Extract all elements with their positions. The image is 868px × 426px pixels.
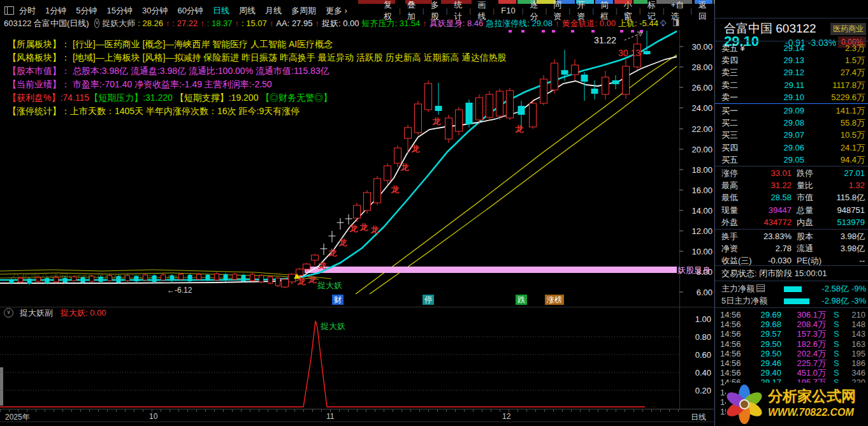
tick-cell: 29.68 <box>746 320 781 329</box>
tick-cell: 306.1万 <box>783 310 826 320</box>
info-segment: 【◎财务无警◎】 <box>261 92 332 103</box>
event-marker-涨榜[interactable]: 涨榜 <box>545 295 564 305</box>
dragon-mark: 龙 <box>308 275 317 284</box>
magenta-dot <box>509 30 512 33</box>
orderbook-cell: 94.4万 <box>841 154 865 166</box>
period-日线[interactable]: 日线 <box>213 5 229 17</box>
watermark-site: 分析家公式网 <box>768 386 856 406</box>
event-marker-跌[interactable]: 跌 <box>516 295 527 305</box>
orderbook-cell: 10.5万 <box>841 129 865 141</box>
orderbook-cell: 买五 <box>721 154 738 166</box>
stat-cell: 2.78 <box>752 242 792 254</box>
dragon-mark: 龙 <box>338 238 348 247</box>
pane-icon[interactable]: ◨ <box>672 18 686 27</box>
tick-row: 14:5629.50182.6万S163 <box>715 339 868 349</box>
stat-cell: 948751 <box>837 204 865 216</box>
orderbook-row[interactable]: 买五29.0594.4万 <box>715 154 868 166</box>
x-axis-label: 10 <box>149 412 157 421</box>
flow-pct: -9% <box>851 283 866 295</box>
flow-pct: -3% <box>851 295 866 307</box>
period-月线[interactable]: 月线 <box>265 5 282 17</box>
orderbook-cell: 1117.8万 <box>832 79 865 91</box>
tool-F10[interactable]: F10 <box>495 6 521 15</box>
info-segment: 【股本市值】： 总股本:3.98亿 流通盘:3.98亿 流通比:100.00% … <box>8 66 329 76</box>
orderbook-cell: 买三 <box>721 129 738 141</box>
info-segment: 【所属板块】： [行业]—医药商业 [概念]—海峡西岸 智能医疗 人工智能 AI… <box>8 39 333 49</box>
tool-返回[interactable]: 返回 <box>692 0 714 22</box>
tick-row: 14:5629.50202.4万S195 <box>715 349 868 358</box>
orderbook-row[interactable]: 卖四29.131.5万 <box>715 54 868 66</box>
magenta-dot <box>631 30 634 33</box>
chevron-circle-icon[interactable]: ∨ <box>94 18 100 28</box>
stat-cell: 外盘 <box>721 216 738 228</box>
indicator-segment: 捉妖: 0.00 <box>322 18 359 29</box>
industry-badge[interactable]: 医药商业 <box>830 23 866 35</box>
trend-up-icon: ↑ <box>315 18 319 28</box>
bottom-divider <box>0 422 714 422</box>
orderbook-cell: 29.09 <box>766 105 804 117</box>
indicator-segment: 短齐压力: 31.54 <box>361 18 420 29</box>
main-flow-row: 主力净额-2.58亿-9% <box>715 283 868 295</box>
period-多周期[interactable]: 多周期 <box>291 5 316 17</box>
orderbook-row[interactable]: 卖一29.105229.6万 <box>715 91 868 103</box>
orderbook-row[interactable]: 买一29.09141.1万 <box>715 105 868 117</box>
orderbook-row[interactable]: 买四29.0624.1万 <box>715 142 868 154</box>
trend-up-icon: ↑ <box>555 18 560 28</box>
orderbook-cell: 24.1万 <box>841 142 865 154</box>
orderbook-cell: 卖五 ¥ <box>721 42 745 54</box>
stat-cell: 股本 <box>797 230 813 242</box>
orderbook-cell: 27.4万 <box>841 66 865 78</box>
indicator-bar: 603122 合富中国(日线)∨捉妖大师: 28.26↑: 27.22↑: 18… <box>0 17 667 29</box>
indicator-segment: 急拉涨停线: 29.08 <box>486 18 553 29</box>
period-5分钟[interactable]: 5分钟 <box>76 5 97 17</box>
stat-cell: 换手 <box>721 230 738 242</box>
tick-cell: 210 <box>851 310 865 320</box>
subchart[interactable]: 捉大妖 <box>0 318 714 409</box>
flow-label: 主力净额 <box>721 283 765 295</box>
period-60分钟[interactable]: 60分钟 <box>177 5 203 17</box>
info-line: 【当前业绩】： 市盈率:-701.40 净资收益率:-1.49 主营利润率:-2… <box>8 78 506 91</box>
event-marker-停[interactable]: 停 <box>423 295 434 305</box>
trend-up-icon: ↑ <box>200 18 205 28</box>
tick-cell: 148 <box>851 320 865 329</box>
info-segment: 【短期支撑】:19.200 <box>175 92 261 103</box>
stat-cell: 115.8亿 <box>836 191 865 203</box>
indicator-segment: : 18.37 <box>207 18 233 28</box>
period-15分钟[interactable]: 15分钟 <box>106 5 132 17</box>
orderbook-cell: 1.5万 <box>845 54 865 66</box>
trend-up-icon: ↑ <box>235 18 240 28</box>
period-周线[interactable]: 周线 <box>239 5 256 17</box>
event-marker-财[interactable]: 财 <box>332 295 344 305</box>
indicator-segment: : 28.26 <box>138 18 163 28</box>
diamond-icon[interactable]: ◇ <box>660 18 672 27</box>
period-30分钟[interactable]: 30分钟 <box>142 5 168 17</box>
orderbook-cell: 29.07 <box>766 129 804 141</box>
tick-cell: 157.3万 <box>783 329 826 339</box>
info-line: 【股本市值】： 总股本:3.98亿 流通盘:3.98亿 流通比:100.00% … <box>8 64 506 78</box>
tick-cell: 14:56 <box>720 339 741 349</box>
period-更多 ›[interactable]: 更多 › <box>326 5 347 17</box>
tick-cell: 451.0万 <box>783 368 826 378</box>
panel-divider <box>715 265 868 266</box>
window-layout-icon[interactable] <box>4 6 14 15</box>
panel-divider <box>715 229 868 230</box>
x-axis-ticks <box>0 409 679 412</box>
period-toolbar: 分时1分钟5分钟15分钟30分钟60分钟日线周线月线多周期更多 › 复权|叠加|… <box>0 4 714 17</box>
period-1分钟[interactable]: 1分钟 <box>45 5 66 17</box>
orderbook-cell: 29.13 <box>766 54 804 66</box>
orderbook-row[interactable]: 卖三29.1227.4万 <box>715 66 868 78</box>
collapse-chevron-icon[interactable]: ∨ <box>4 308 13 318</box>
period-分时[interactable]: 分时 <box>19 5 36 17</box>
trading-terminal: 分时1分钟5分钟15分钟30分钟60分钟日线周线月线多周期更多 › 复权|叠加|… <box>0 0 868 426</box>
orderbook-row[interactable]: 卖五 ¥29.142.3万 <box>715 42 868 54</box>
dragon-mark: 龙 <box>411 144 421 154</box>
orderbook-cell: 卖四 <box>721 54 738 66</box>
signal-spike <box>0 321 645 407</box>
stat-cell: 3.98亿 <box>841 242 865 254</box>
flow-value: -2.98亿 <box>814 295 849 307</box>
list-icon[interactable] <box>756 284 765 292</box>
orderbook-row[interactable]: 买三29.0710.5万 <box>715 129 868 141</box>
dragon-mark: 龙 <box>370 225 380 235</box>
orderbook-row[interactable]: 买二29.0855.8万 <box>715 117 868 129</box>
orderbook-row[interactable]: 卖二29.111117.8万 <box>715 79 868 91</box>
